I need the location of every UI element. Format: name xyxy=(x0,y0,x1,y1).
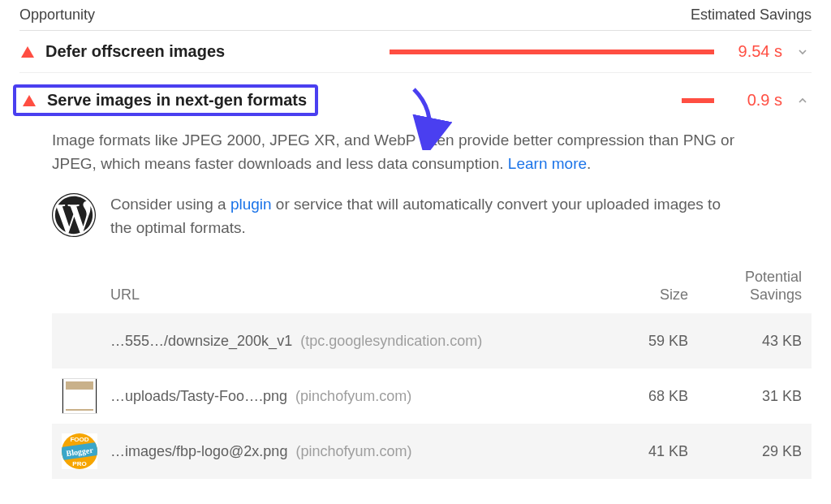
audit-next-gen-formats[interactable]: Serve images in next-gen formats 0.9 s I… xyxy=(19,73,812,490)
savings-value: 9.54 s xyxy=(726,42,782,61)
size-cell: 59 KB xyxy=(599,333,688,350)
th-savings: PotentialSavings xyxy=(688,269,802,304)
size-cell: 68 KB xyxy=(599,388,688,405)
table-row: …uploads/Tasty-Foo….png (pinchofyum.com)… xyxy=(52,368,812,424)
table-row: FOODBloggerPRO …images/fbp-logo@2x.png (… xyxy=(52,424,812,479)
thumbnail xyxy=(62,323,97,359)
thumbnail: FOODBloggerPRO xyxy=(62,433,97,469)
highlight-box: Serve images in next-gen formats xyxy=(13,84,318,116)
stack-tip: Consider using a plugin or service that … xyxy=(52,193,812,239)
audit-defer-offscreen-images[interactable]: Defer offscreen images 9.54 s xyxy=(19,31,812,73)
url-cell[interactable]: …555…/downsize_200k_v1 (tpc.googlesyndic… xyxy=(110,333,599,350)
stack-text: Consider using a plugin or service that … xyxy=(110,193,727,239)
header-left: Opportunity xyxy=(19,6,95,24)
savings-cell: 43 KB xyxy=(688,333,802,350)
opportunities-header: Opportunity Estimated Savings xyxy=(19,3,812,30)
savings-bar xyxy=(390,98,714,103)
chevron-up-icon[interactable] xyxy=(794,92,812,110)
audit-title: Defer offscreen images xyxy=(45,42,225,61)
savings-value: 0.9 s xyxy=(726,91,782,110)
thumbnail xyxy=(62,378,97,414)
savings-bar xyxy=(390,50,714,54)
audit-description: Image formats like JPEG 2000, JPEG XR, a… xyxy=(19,116,766,175)
th-url: URL xyxy=(110,286,599,304)
table-row: …555…/downsize_200k_v1 (tpc.googlesyndic… xyxy=(52,313,812,368)
savings-cell: 31 KB xyxy=(688,388,802,405)
savings-cell: 29 KB xyxy=(688,443,802,460)
learn-more-link[interactable]: Learn more xyxy=(508,155,587,172)
url-cell[interactable]: …images/fbp-logo@2x.png (pinchofyum.com) xyxy=(110,443,599,460)
url-cell[interactable]: …uploads/Tasty-Foo….png (pinchofyum.com) xyxy=(110,388,599,405)
warning-icon xyxy=(23,95,36,106)
th-size: Size xyxy=(599,286,688,304)
audit-title: Serve images in next-gen formats xyxy=(47,91,307,110)
wordpress-icon xyxy=(52,193,96,237)
warning-icon xyxy=(21,46,34,58)
resources-table: URL Size PotentialSavings …555…/downsize… xyxy=(52,262,812,479)
table-header: URL Size PotentialSavings xyxy=(52,262,812,313)
chevron-down-icon[interactable] xyxy=(794,43,812,61)
header-right: Estimated Savings xyxy=(691,6,812,24)
plugin-link[interactable]: plugin xyxy=(230,196,272,213)
size-cell: 41 KB xyxy=(599,443,688,460)
